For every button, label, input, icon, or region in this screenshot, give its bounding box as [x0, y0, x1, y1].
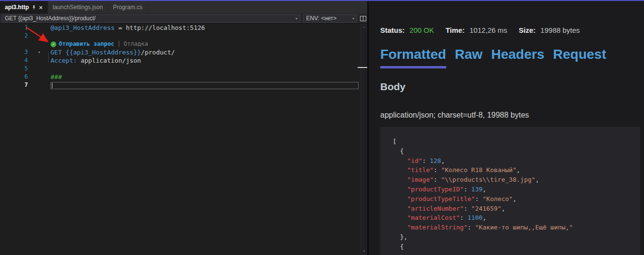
url-token: http://localhost:5126	[126, 24, 205, 31]
json-punct: :	[475, 195, 483, 202]
tab-label: Program.cs	[113, 4, 142, 11]
json-punct: ,	[513, 195, 516, 202]
request-url-text: GET {{api3_HostAddress}}/product/	[5, 15, 96, 22]
json-value: 139	[471, 186, 482, 193]
tab-label: launchSettings.json	[53, 4, 103, 11]
json-key: "materialString"	[407, 224, 467, 231]
json-line: "materialCost": 1100,	[386, 213, 633, 223]
json-key: "id"	[407, 157, 422, 164]
fold-column	[28, 81, 51, 89]
line-number: 6	[0, 73, 28, 81]
method-token: GET	[51, 49, 65, 56]
split-editor-icon-svg	[360, 16, 366, 21]
tab-launchsettings-json[interactable]: launchSettings.json	[48, 1, 108, 13]
delimiter-token: ###	[51, 73, 62, 81]
json-punct: :	[464, 186, 471, 193]
response-tab-bar: Formatted Raw Headers Request	[380, 47, 644, 68]
code-line: 3 ▾ GET {{api3_HostAddress}}/product/	[0, 48, 367, 56]
tab-headers[interactable]: Headers	[491, 47, 544, 68]
response-body-json[interactable]: [ { "id": 128, "title": "Колесо R18 Кова…	[380, 127, 640, 255]
json-punct: :	[434, 176, 441, 183]
chevron-down-icon: ▾	[352, 16, 354, 21]
codelens-separator: |	[117, 40, 121, 48]
variable-token: @api3_HostAddress	[51, 24, 115, 31]
code-line: 4 Accept: application/json	[0, 56, 367, 65]
json-value: 128	[430, 157, 441, 164]
pin-icon-svg	[32, 5, 36, 10]
text-cursor	[52, 83, 52, 88]
json-line: "title": "Колесо R18 Кованый",	[386, 165, 633, 175]
size-label: Size:	[519, 26, 536, 34]
variable-ref-token: {{api3_HostAddress}}	[65, 49, 141, 56]
json-value: "Колесо"	[483, 195, 513, 202]
line-number: 2	[0, 32, 28, 40]
tab-bar: api3.http × launchSettings.json Program.…	[0, 1, 367, 13]
inline-edit-box[interactable]	[51, 82, 359, 89]
check-icon: ✓	[51, 41, 56, 47]
code-text: GET {{api3_HostAddress}}/product/	[51, 48, 175, 56]
split-editor-icon[interactable]	[360, 16, 366, 21]
close-icon[interactable]: ×	[39, 4, 43, 11]
json-key: "image"	[407, 176, 434, 183]
scroll-up-icon[interactable]: ▴	[361, 25, 367, 29]
line-number: 5	[0, 65, 28, 73]
status-value: 200 OK	[410, 26, 434, 34]
json-punct: :	[464, 205, 471, 212]
json-line: "image": "\\products\\tire_38.jpg",	[386, 175, 633, 185]
json-punct: ,	[502, 205, 505, 212]
json-key: "materialCost"	[407, 214, 460, 221]
code-line: 5	[0, 65, 367, 73]
status-label: Status:	[380, 26, 405, 34]
json-punct: :	[434, 166, 441, 174]
fold-chevron-icon[interactable]: ▾	[38, 50, 40, 54]
json-punct: ,	[441, 157, 445, 164]
scroll-down-icon[interactable]: ▾	[361, 249, 367, 253]
pin-icon[interactable]	[32, 5, 36, 10]
content-type-line: application/json; charset=utf-8, 19988 b…	[380, 111, 644, 120]
tab-request[interactable]: Request	[553, 47, 606, 68]
line-number: 1	[0, 24, 28, 32]
editor-pane: api3.http × launchSettings.json Program.…	[0, 1, 369, 255]
path-token: /product/	[141, 49, 175, 56]
json-punct: :	[422, 157, 430, 164]
code-text: Accept: application/json	[51, 56, 141, 65]
json-punct: },	[400, 233, 408, 241]
indent-guide	[48, 52, 49, 63]
json-punct: :	[460, 214, 468, 221]
tab-program-cs[interactable]: Program.cs	[108, 1, 148, 13]
json-value: 1100	[467, 214, 482, 221]
json-key: "title"	[407, 166, 434, 174]
size-value: 19988 bytes	[541, 26, 580, 34]
editor-scrollbar[interactable]: ▴ ▾	[361, 24, 367, 255]
json-punct: ,	[516, 166, 520, 174]
request-url-combo[interactable]: GET {{api3_HostAddress}}/product/ ▾	[2, 14, 300, 23]
json-line: [	[386, 137, 633, 147]
json-line: "productTypeTitle": "Колесо",	[386, 194, 633, 204]
json-punct: ,	[535, 176, 539, 183]
tab-label: api3.http	[5, 4, 29, 11]
code-line-current: 7	[0, 81, 367, 89]
tab-raw[interactable]: Raw	[455, 47, 483, 68]
json-value: "\\products\\tire_38.jpg"	[441, 176, 535, 183]
tab-formatted[interactable]: Formatted	[380, 47, 446, 68]
json-line: {	[386, 242, 633, 252]
json-punct: ,	[483, 214, 487, 221]
env-text: ENV: <нет>	[306, 15, 336, 22]
line-number: 4	[0, 56, 28, 65]
fold-column: ▾	[28, 48, 51, 56]
json-punct: ,	[483, 186, 487, 193]
code-line: 6 ###	[0, 73, 367, 81]
fold-column	[28, 65, 51, 73]
line-number: 3	[0, 48, 28, 56]
fold-column	[28, 24, 51, 32]
env-combo[interactable]: ENV: <нет> ▾	[303, 14, 357, 23]
operator-token: =	[115, 24, 126, 31]
time-value: 1012,26 ms	[469, 26, 507, 34]
tab-api3-http[interactable]: api3.http ×	[0, 1, 48, 13]
codelens-row: ✓ Отправить запрос | Отладка	[0, 40, 367, 48]
debug-link[interactable]: Отладка	[124, 40, 148, 48]
send-request-link[interactable]: Отправить запрос	[59, 40, 115, 48]
line-number: 7	[0, 81, 28, 89]
code-line: 1 @api3_HostAddress = http://localhost:5…	[0, 24, 367, 32]
code-editor[interactable]: 1 @api3_HostAddress = http://localhost:5…	[0, 24, 367, 255]
